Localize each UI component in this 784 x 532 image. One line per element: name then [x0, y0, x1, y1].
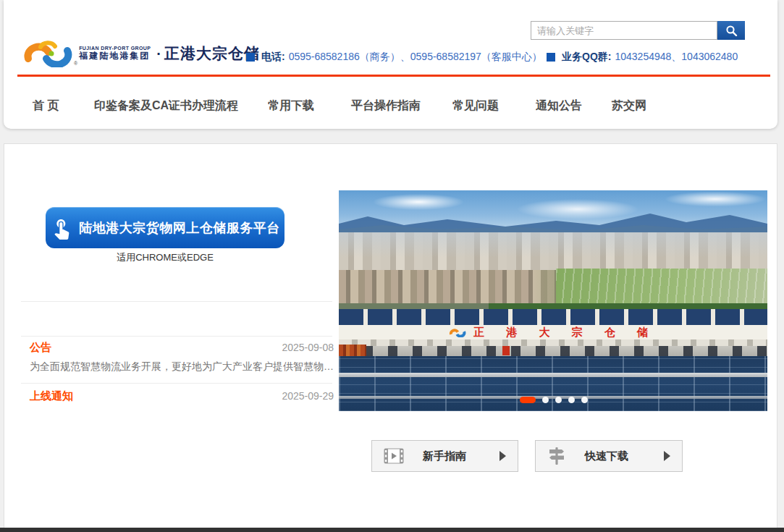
notice-snippet[interactable]: 为全面规范智慧物流业务开展，更好地为广大产业客户提供智慧物流... [30, 360, 335, 373]
qq-label: 业务QQ群: [562, 51, 611, 64]
hero-loading-canopy [339, 339, 767, 346]
search-button[interactable] [717, 21, 745, 40]
page: ® FUJIAN DRY-PORT GROUP 福建陆地港集团 · 正港大宗仓储… [0, 0, 784, 532]
search-input[interactable] [531, 21, 717, 40]
carousel-dot[interactable] [581, 397, 588, 403]
site-logo[interactable]: ® FUJIAN DRY-PORT GROUP 福建陆地港集团 · 正港大宗仓储 [22, 40, 260, 67]
arrow-right-icon [500, 451, 506, 461]
hero-building-sign: 正 港 大 宗 仓 储 [473, 326, 657, 339]
magnifier-icon [725, 25, 738, 37]
hero-red-truck [502, 346, 510, 355]
quick-link-label: 快速下载 [585, 449, 628, 463]
logo-group-name-cn: 福建陆地港集团 [79, 51, 151, 62]
platform-button-label: 陆地港大宗货物网上仓储服务平台 [79, 219, 280, 237]
divider [21, 383, 332, 384]
nav-item-home[interactable]: 首 页 [33, 98, 59, 114]
registered-mark: ® [74, 61, 77, 66]
nav-item-faq[interactable]: 常见问题 [452, 98, 499, 114]
film-icon [384, 448, 404, 464]
carousel-indicators [520, 397, 588, 403]
quick-download-button[interactable]: 快速下载 [535, 440, 683, 472]
carousel-dot[interactable] [568, 397, 575, 403]
hero-logo-swirl-icon [449, 328, 466, 337]
arrow-right-icon [664, 451, 670, 461]
tap-hand-icon [50, 216, 73, 240]
hero-containers [339, 345, 366, 356]
carousel-dot[interactable] [555, 397, 562, 403]
qq-numbers: 1043254948、1043062480 [615, 51, 738, 64]
hero-walkway [339, 373, 767, 377]
hero-truck-dock [339, 346, 767, 356]
quick-link-label: 新手指南 [423, 449, 466, 463]
nav-item-notices[interactable]: 通知公告 [536, 98, 582, 114]
notice-row[interactable]: 公告 2025-09-08 [30, 341, 334, 355]
notice-title[interactable]: 公告 [30, 341, 51, 355]
blue-square-icon [547, 53, 555, 62]
main-content: 陆地港大宗货物网上仓储服务平台 适用CHROME或EDGE 公告 2025-09… [4, 143, 777, 528]
accent-divider [17, 75, 770, 77]
hero-warehouse-roof-solar [339, 309, 767, 325]
notice-date: 2025-09-08 [282, 342, 334, 353]
nav-item-guide[interactable]: 平台操作指南 [351, 98, 421, 114]
header: ® FUJIAN DRY-PORT GROUP 福建陆地港集团 · 正港大宗仓储… [4, 0, 777, 129]
divider [21, 301, 332, 302]
nav-item-sujiao[interactable]: 苏交网 [612, 98, 646, 114]
nav-item-ca-process[interactable]: 印鉴备案及CA证书办理流程 [94, 98, 238, 114]
browser-hint: 适用CHROME或EDGE [46, 251, 284, 264]
notice-date: 2025-09-29 [282, 390, 334, 402]
notice-row[interactable]: 上线通知 2025-09-29 [30, 389, 334, 403]
nav-item-downloads[interactable]: 常用下载 [268, 98, 314, 114]
carousel-dot-active[interactable] [520, 397, 536, 403]
phone-label: 电话: [261, 51, 285, 64]
divider [21, 336, 332, 337]
search-box [531, 21, 745, 40]
beginner-guide-button[interactable]: 新手指南 [371, 440, 518, 472]
contact-qq-group: 业务QQ群: 1043254948、1043062480 [547, 51, 738, 63]
contact-phone: 电话: 0595-68582186（商务）、0595-68582197（客服中心… [246, 51, 542, 63]
blue-square-icon [246, 53, 255, 62]
main-nav: 首 页 印鉴备案及CA证书办理流程 常用下载 平台操作指南 常见问题 通知公告 … [4, 94, 777, 117]
phone-numbers: 0595-68582186（商务）、0595-68582197（客服中心） [289, 51, 542, 64]
footer-bar [0, 528, 784, 532]
hero-warehouse-sign-band: 正 港 大 宗 仓 储 [339, 325, 767, 339]
platform-entry-button[interactable]: 陆地港大宗货物网上仓储服务平台 [46, 207, 284, 248]
hero-carousel-image: 正 港 大 宗 仓 储 [339, 190, 767, 411]
logo-swirl-icon [22, 40, 74, 67]
signpost-icon [547, 447, 566, 465]
carousel-dot[interactable] [542, 397, 549, 403]
notice-title[interactable]: 上线通知 [30, 389, 73, 403]
logo-separator: · [156, 46, 161, 62]
